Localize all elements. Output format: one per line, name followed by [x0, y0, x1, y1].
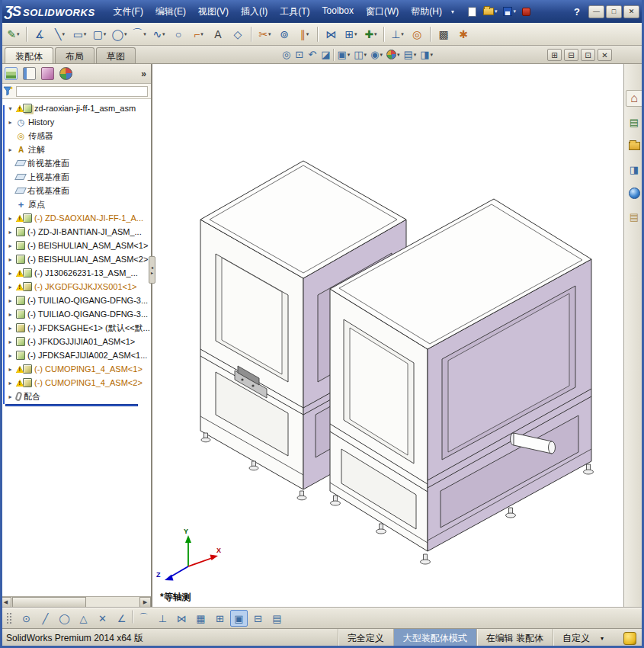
menu-item[interactable]: 视图(V) — [192, 2, 235, 21]
expand-arrow-icon[interactable]: ▸ — [7, 311, 14, 318]
menu-item[interactable]: 帮助(H) — [405, 2, 448, 21]
expand-arrow-icon[interactable]: ▸ — [7, 393, 14, 400]
ellipse-button[interactable]: ○ — [169, 25, 188, 43]
expand-arrow-icon[interactable]: ▸ — [7, 146, 14, 153]
tree-item[interactable]: ▸ (-) JFDKSAFJIJIA002_ASM<1... — [0, 348, 151, 362]
file-explorer-tab[interactable] — [626, 137, 643, 154]
doc-cascade-button[interactable]: ⊟ — [564, 49, 578, 61]
panel-splitter-handle[interactable]: ◂▸ — [149, 256, 155, 284]
scrollbar-track[interactable] — [11, 597, 139, 608]
large-assembly-mode-badge[interactable]: 大型装配体模式 — [393, 629, 476, 648]
tree-item[interactable]: ▸ (-) ZD-JI-BANTIAN-JI_ASM_... — [0, 225, 151, 239]
mirror-tool[interactable]: ⋈ — [173, 610, 191, 627]
rectangle-button[interactable]: ▭ ▾ — [70, 25, 89, 43]
table-tool[interactable]: ⊟ — [249, 610, 267, 627]
expand-arrow-icon[interactable]: ▸ — [7, 352, 14, 359]
view-palette-tab[interactable]: ◨ — [626, 161, 643, 178]
expand-arrow-icon[interactable]: ▸ — [7, 256, 14, 263]
expand-arrow-icon[interactable]: ▸ — [7, 119, 14, 126]
expand-arrow-icon[interactable]: ▸ — [7, 284, 14, 290]
tree-item[interactable]: ▸ (-) CUMOPING1_4_ASM<2> — [0, 376, 151, 390]
perpendicular-tool[interactable]: ⊥ — [154, 610, 171, 627]
expand-arrow-icon[interactable]: ▸ — [7, 297, 14, 304]
mirror-entities-button[interactable]: ⋈ — [322, 25, 341, 43]
minimize-button[interactable]: — — [588, 5, 604, 18]
spline-button[interactable]: ∿ ▾ — [149, 25, 168, 43]
hide-show-items-button[interactable]: ◉ ▾ — [369, 47, 384, 63]
polygon-tool[interactable]: △ — [75, 610, 92, 627]
tree-item[interactable]: 传感器 — [0, 129, 151, 143]
save-button[interactable]: ▾ — [501, 5, 517, 18]
rollback-bar[interactable] — [5, 404, 138, 406]
toolbar-grip[interactable] — [6, 612, 11, 624]
section-view-button[interactable]: ◪ — [319, 47, 332, 63]
move-entities-button[interactable]: ✚ ▾ — [361, 25, 380, 43]
zoom-area-button[interactable]: ⊡ — [293, 47, 306, 63]
rapid-sketch-button[interactable]: ✱ — [454, 25, 473, 43]
expand-arrow-icon[interactable]: ▸ — [7, 229, 14, 236]
text-button[interactable]: A — [209, 25, 228, 43]
arc-tool[interactable]: ⌒ — [135, 610, 152, 627]
open-button[interactable]: ▾ — [482, 6, 499, 17]
circle-tool[interactable]: ◯ — [56, 610, 73, 627]
tree-item[interactable]: ▾ zd-raoxian-ji-ff-1_asm_asm — [0, 101, 151, 115]
appearances-scenes-tab[interactable] — [626, 184, 643, 201]
scrollbar-thumb[interactable] — [12, 597, 86, 608]
configurationmanager-tab[interactable] — [41, 67, 54, 80]
grid-tool[interactable]: ▦ — [192, 610, 210, 627]
menu-overflow-caret[interactable]: ▾ — [451, 8, 454, 15]
doc-restore-button[interactable]: ⊡ — [581, 49, 595, 61]
display-style-button[interactable]: ◫ ▾ — [352, 47, 368, 63]
tree-item[interactable]: ▸ (-) BEISHULIAN_ASM_ASM<2> — [0, 252, 151, 266]
custom-dropdown[interactable]: 自定义 ▾ — [553, 629, 613, 648]
menu-item[interactable]: 插入(I) — [235, 2, 274, 21]
filter-funnel-icon[interactable] — [3, 86, 13, 96]
menu-item[interactable]: 窗口(W) — [360, 2, 405, 21]
panel-expand-chevron[interactable]: » — [141, 69, 146, 79]
tree-item[interactable]: ▸ History — [0, 115, 151, 129]
expand-arrow-icon[interactable]: ▸ — [7, 215, 14, 222]
commandmanager-tab[interactable]: 装配体 — [5, 47, 53, 63]
sketch-button[interactable]: ✎ ▾ — [4, 25, 23, 43]
tree-item[interactable]: ▸ (-) ZD-SAOXIAN-JI-FF-1_A... — [0, 211, 151, 225]
maximize-button[interactable]: □ — [606, 5, 622, 18]
view-settings-button[interactable]: ◨ ▾ — [418, 47, 434, 63]
expand-arrow-icon[interactable]: ▸ — [7, 242, 14, 249]
tree-item[interactable]: ▸ 注解 — [0, 143, 151, 156]
doc-new-window-button[interactable]: ⊞ — [547, 49, 562, 61]
arc-button[interactable]: ⌒ ▾ — [130, 25, 149, 43]
commandmanager-tab[interactable]: 草图 — [96, 47, 136, 63]
sketch-picture-button[interactable]: ▩ — [434, 25, 453, 43]
expand-arrow-icon[interactable]: ▸ — [7, 338, 14, 345]
repair-sketch-button[interactable]: ◎ — [408, 25, 427, 43]
fillet-button[interactable]: ⌐ ▾ — [189, 25, 208, 43]
help-button[interactable]: ? — [568, 6, 586, 18]
tree-item[interactable]: ▸ (-) JFKDGJJIJIA01_ASM<1> — [0, 335, 151, 348]
filter-input[interactable] — [16, 86, 148, 97]
tree-item[interactable]: ▸ (-) J130626231-13_ASM_... — [0, 266, 151, 280]
menu-item[interactable]: 工具(T) — [274, 2, 316, 21]
menu-item[interactable]: Toolbox — [316, 2, 360, 21]
normal-view-tool[interactable]: ▣ — [230, 610, 248, 627]
tree-item[interactable]: ▸ (-) TUILIAO-QIGANG-DFNG-3... — [0, 307, 151, 321]
expand-arrow-icon[interactable]: ▾ — [7, 105, 14, 112]
view-orientation-button[interactable]: ▣ ▾ — [335, 47, 351, 63]
menu-item[interactable]: 文件(F) — [107, 2, 149, 21]
apply-scene-button[interactable]: ▤ ▾ — [402, 47, 418, 63]
expand-arrow-icon[interactable]: ▸ — [7, 270, 14, 277]
tree-item[interactable]: ▸ (-) TUILIAO-QIGANG-DFNG-3... — [0, 294, 151, 307]
commandmanager-tab[interactable]: 布局 — [55, 47, 95, 63]
quick-tip-icon[interactable] — [623, 632, 636, 645]
linear-pattern-button[interactable]: ⊞ ▾ — [341, 25, 360, 43]
doc-close-button[interactable]: ✕ — [598, 49, 612, 61]
custom-properties-tab[interactable]: ▤ — [626, 208, 643, 225]
tree-item[interactable]: ▸ (-) JFDKSAGHE<1> (默认<<默... — [0, 321, 151, 335]
expand-arrow-icon[interactable]: ▸ — [7, 380, 14, 387]
zoom-fit-button[interactable]: ◎ — [280, 47, 293, 63]
previous-view-button[interactable]: ↶ — [306, 47, 319, 63]
line-button[interactable]: ╲ ▾ — [50, 25, 69, 43]
annotation-tool[interactable]: ▤ — [268, 610, 286, 627]
smart-dimension-button[interactable]: ∡ — [30, 25, 50, 43]
resources-tab[interactable]: ⌂ — [626, 90, 643, 107]
graphics-area[interactable]: Y X Z *等轴测 — [152, 64, 623, 608]
